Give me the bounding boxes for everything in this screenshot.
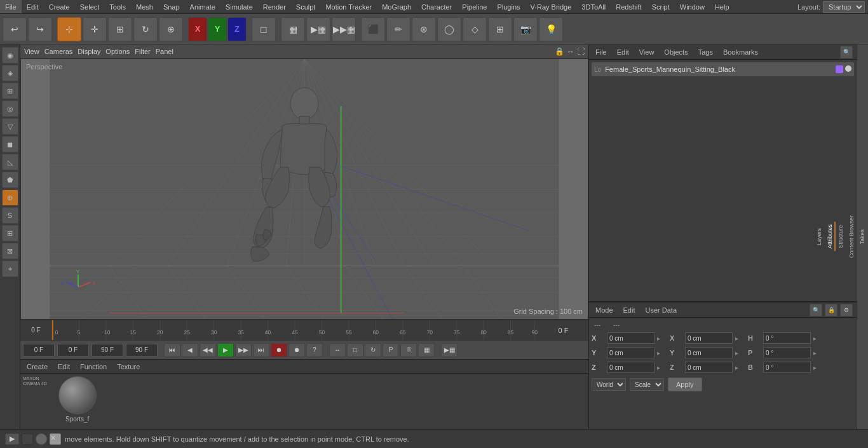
vp-menu-filter[interactable]: Filter [135,48,150,55]
menu-character[interactable]: Character [416,0,457,13]
menu-simulate[interactable]: Simulate [220,0,258,13]
obj-view-btn[interactable]: View [637,48,657,56]
grid-btn[interactable]: ⊞ [488,17,512,41]
play-btn[interactable]: ▶ [217,343,234,357]
menu-snap[interactable]: Snap [158,0,185,13]
help-btn[interactable]: ? [306,343,323,357]
rotate-tool[interactable]: ↻ [133,17,158,41]
left-btn-3[interactable]: ⊞ [2,83,18,99]
vp-lock-icon[interactable]: 🔒 [555,47,564,56]
vp-menu-panel[interactable]: Panel [156,48,173,55]
redo-button[interactable]: ↪ [28,17,52,41]
menu-script[interactable]: Script [647,0,675,13]
obj-visible-dot[interactable] [845,65,851,72]
menu-window[interactable]: Window [675,0,710,13]
tab-content-browser[interactable]: Content Browser [847,213,857,261]
tab-layers[interactable]: Layers [815,226,825,248]
menu-select[interactable]: Select [75,0,105,13]
apply-button[interactable]: Apply [668,377,702,391]
undo-button[interactable]: ↩ [3,17,27,41]
goto-end-btn[interactable]: ⏭ [253,343,269,357]
vp-expand-icon[interactable]: ⛶ [577,47,585,56]
object-mode-btn[interactable]: ◻ [252,17,276,41]
mat-texture-btn[interactable]: Texture [114,363,142,370]
left-btn-7[interactable]: ◺ [2,154,18,170]
record-btn[interactable]: ⏺ [271,343,287,357]
frame-max1-input[interactable] [92,344,123,356]
render-icon-btn[interactable]: ▶▦ [441,343,458,357]
attr-x-val2-input[interactable] [685,332,733,344]
mat-function-btn[interactable]: Function [78,363,109,370]
left-btn-6[interactable]: ◼ [2,136,18,153]
light-btn[interactable]: 💡 [539,17,563,41]
material-sphere[interactable] [58,376,97,414]
menu-animate[interactable]: Animate [185,0,220,13]
attr-search-icon[interactable]: 🔍 [810,304,822,316]
paint-btn[interactable]: ◇ [463,17,487,41]
menu-render[interactable]: Render [258,0,291,13]
tab-attributes[interactable]: Attributes [825,222,836,251]
scale-dropdown[interactable]: Scale [630,378,664,391]
attr-x-input[interactable] [607,332,654,344]
vp-menu-view[interactable]: View [24,48,39,55]
select-tool[interactable]: ⊹ [57,17,81,41]
sculpt-btn[interactable]: ⊛ [412,17,436,41]
status-btn-1[interactable] [22,433,33,445]
dots-btn[interactable]: ⠿ [400,343,417,357]
menu-motion-tracker[interactable]: Motion Tracker [320,0,377,13]
vp-menu-cameras[interactable]: Cameras [44,48,73,55]
frame-max2-input[interactable] [126,344,158,356]
render-btn[interactable]: ▶▶▦ [332,17,356,41]
menu-tools[interactable]: Tools [104,0,131,13]
cube-btn[interactable]: ⬛ [361,17,385,41]
left-btn-1[interactable]: ◉ [2,47,18,64]
attr-mode-btn[interactable]: Mode [593,306,616,314]
left-btn-9[interactable]: S [2,207,18,224]
frame-current-input[interactable] [57,344,89,356]
obj-tags-btn[interactable]: Tags [696,48,715,56]
left-btn-12[interactable]: ⌖ [2,261,18,277]
render-region-btn[interactable]: ▦ [281,17,305,41]
menu-plugins[interactable]: Plugins [492,0,525,13]
attr-b-input[interactable] [763,362,811,373]
auto-key-btn[interactable]: ⏺ [288,343,305,357]
y-axis-button[interactable]: Y [208,17,227,41]
vp-move-icon[interactable]: ↔ [567,47,574,56]
play-forward-btn[interactable]: ▶▶ [235,343,252,357]
tab-takes[interactable]: Takes [858,227,868,247]
attr-userdata-btn[interactable]: User Data [643,306,680,314]
attr-lock-icon[interactable]: 🔒 [825,304,837,316]
move-tool[interactable]: ✛ [83,17,107,41]
layout-select[interactable]: Startup [823,1,865,13]
timeline-ruler[interactable]: 0 5 10 15 20 25 30 35 [52,320,538,340]
left-btn-11[interactable]: ⊠ [2,243,18,259]
left-btn-10[interactable]: ⊞ [2,225,18,241]
x-axis-button[interactable]: X [188,17,207,41]
menu-vray[interactable]: V-Ray Bridge [526,0,577,13]
menu-pipeline[interactable]: Pipeline [457,0,492,13]
menu-mesh[interactable]: Mesh [131,0,158,13]
pen-btn[interactable]: ✏ [386,17,410,41]
attr-y-input[interactable] [607,347,654,358]
menu-create[interactable]: Create [44,0,75,13]
z-axis-button[interactable]: Z [227,17,247,41]
mat-edit-btn[interactable]: Edit [55,363,72,370]
pivot-btn[interactable]: P [383,343,399,357]
menu-redshift[interactable]: Redshift [611,0,646,13]
scale-tool-2[interactable]: □ [347,343,363,357]
menu-mograph[interactable]: MoGraph [377,0,416,13]
menu-3dtoall[interactable]: 3DToAll [576,0,611,13]
menu-file[interactable]: File [0,0,22,13]
world-dropdown[interactable]: World [592,378,626,391]
obj-search-icon[interactable]: 🔍 [840,46,853,58]
camera-btn[interactable]: 📷 [513,17,538,41]
menu-help[interactable]: Help [710,0,735,13]
menu-sculpt[interactable]: Sculpt [291,0,321,13]
obj-objects-btn[interactable]: Objects [661,48,690,56]
left-btn-4[interactable]: ◎ [2,100,18,117]
vp-menu-display[interactable]: Display [78,48,100,55]
rotate-tool-2[interactable]: ↻ [365,343,381,357]
obj-edit-btn[interactable]: Edit [614,48,632,56]
vp-menu-options[interactable]: Options [105,48,130,55]
move-tool-2[interactable]: ↔ [329,343,346,357]
